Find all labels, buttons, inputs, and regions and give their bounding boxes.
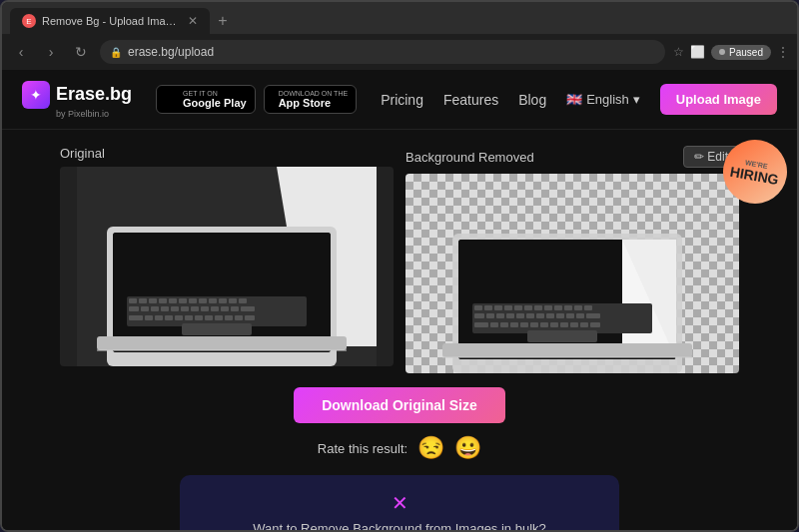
svg-rect-12 <box>179 298 187 303</box>
play-icon: ▶ <box>165 90 177 109</box>
blog-link[interactable]: Blog <box>518 92 546 108</box>
svg-rect-31 <box>129 315 143 320</box>
address-bar: ‹ › ↻ 🔒 erase.bg/upload ☆ ⬜ Paused ⋮ <box>2 34 797 70</box>
app-store-button[interactable]: Download on the App Store <box>264 85 358 114</box>
eraser-icon: ✦ <box>30 87 42 103</box>
rate-label: Rate this result: <box>318 441 407 456</box>
star-icon[interactable]: ☆ <box>673 45 684 59</box>
svg-rect-61 <box>564 305 572 310</box>
google-play-text: GET IT ON Google Play <box>183 90 247 109</box>
svg-rect-69 <box>526 313 534 318</box>
svg-rect-83 <box>550 322 558 327</box>
svg-rect-57 <box>524 305 532 310</box>
svg-rect-67 <box>506 313 514 318</box>
svg-rect-70 <box>536 313 544 318</box>
svg-rect-63 <box>584 305 592 310</box>
menu-icon[interactable]: ⋮ <box>777 45 789 59</box>
logo-name: Erase.bg <box>56 84 132 105</box>
browser-frame: E Remove Bg - Upload Images b... ✕ + ‹ ›… <box>0 0 799 532</box>
svg-rect-73 <box>566 313 574 318</box>
active-tab[interactable]: E Remove Bg - Upload Images b... ✕ <box>10 8 210 34</box>
pricing-link[interactable]: Pricing <box>381 92 423 108</box>
svg-rect-8 <box>139 298 147 303</box>
svg-rect-71 <box>546 313 554 318</box>
svg-rect-7 <box>129 298 137 303</box>
bulk-banner: ✕ Want to Remove Background from Images … <box>180 475 619 530</box>
svg-rect-36 <box>185 315 193 320</box>
sad-emoji[interactable]: 😒 <box>417 435 444 461</box>
refresh-button[interactable]: ↻ <box>70 41 92 63</box>
svg-rect-78 <box>500 322 508 327</box>
removed-image-container <box>405 174 739 373</box>
features-link[interactable]: Features <box>443 92 498 108</box>
hiring-text: HIRING <box>729 163 780 187</box>
removed-label-row: Background Removed ✏ Edit <box>405 146 739 168</box>
svg-rect-88 <box>527 330 597 342</box>
main-content: WE'RE HIRING Original <box>2 130 797 530</box>
removed-label: Background Removed <box>405 150 534 165</box>
tab-favicon: E <box>22 14 36 28</box>
svg-rect-18 <box>239 298 247 303</box>
google-play-get: GET IT ON <box>183 90 247 97</box>
svg-rect-68 <box>516 313 524 318</box>
svg-rect-5 <box>97 336 347 350</box>
svg-rect-10 <box>159 298 167 303</box>
lock-icon: 🔒 <box>110 47 122 58</box>
svg-rect-34 <box>165 315 173 320</box>
svg-rect-55 <box>504 305 512 310</box>
svg-rect-17 <box>229 298 237 303</box>
svg-rect-84 <box>560 322 568 327</box>
svg-rect-80 <box>520 322 528 327</box>
svg-rect-50 <box>442 343 692 357</box>
svg-rect-62 <box>574 305 582 310</box>
original-label: Original <box>60 146 394 161</box>
svg-rect-42 <box>245 315 255 320</box>
svg-rect-43 <box>182 323 252 335</box>
svg-rect-35 <box>175 315 183 320</box>
address-right-controls: ☆ ⬜ Paused ⋮ <box>673 45 789 60</box>
flag-icon: 🇬🇧 <box>566 92 582 107</box>
language-selector[interactable]: 🇬🇧 English ▾ <box>566 92 640 107</box>
happy-emoji[interactable]: 😀 <box>454 435 481 461</box>
logo-sub: by Pixelbin.io <box>56 109 109 119</box>
extension-icon[interactable]: ⬜ <box>690 45 705 59</box>
rating-row: Rate this result: 😒 😀 <box>318 435 481 461</box>
tab-close-btn[interactable]: ✕ <box>188 14 198 28</box>
svg-rect-64 <box>474 313 484 318</box>
google-play-button[interactable]: ▶ GET IT ON Google Play <box>156 85 256 114</box>
back-button[interactable]: ‹ <box>10 41 32 63</box>
svg-rect-56 <box>514 305 522 310</box>
original-panel: Original <box>60 146 394 373</box>
forward-button[interactable]: › <box>40 41 62 63</box>
svg-rect-66 <box>496 313 504 318</box>
language-label: English <box>586 92 629 107</box>
app-store-buttons: ▶ GET IT ON Google Play Download on the … <box>156 85 357 114</box>
svg-rect-16 <box>219 298 227 303</box>
svg-rect-38 <box>205 315 213 320</box>
logo-icon: ✦ <box>22 81 50 109</box>
removed-laptop-svg <box>405 174 739 373</box>
svg-rect-15 <box>209 298 217 303</box>
svg-rect-82 <box>540 322 548 327</box>
svg-rect-19 <box>129 306 139 311</box>
svg-rect-13 <box>189 298 197 303</box>
paused-badge: Paused <box>711 45 771 60</box>
svg-rect-9 <box>149 298 157 303</box>
url-box[interactable]: 🔒 erase.bg/upload <box>100 40 665 64</box>
logo-area: ✦ Erase.bg by Pixelbin.io <box>22 81 132 119</box>
svg-rect-59 <box>544 305 552 310</box>
svg-rect-21 <box>151 306 159 311</box>
download-button[interactable]: Download Original Size <box>294 387 505 423</box>
svg-rect-85 <box>570 322 578 327</box>
svg-rect-60 <box>554 305 562 310</box>
svg-rect-33 <box>155 315 163 320</box>
upload-image-button[interactable]: Upload Image <box>660 84 777 115</box>
chevron-down-icon: ▾ <box>633 92 640 107</box>
app-store-name: App Store <box>279 97 349 109</box>
navbar: ✦ Erase.bg by Pixelbin.io ▶ GET IT ON Go… <box>2 70 797 130</box>
new-tab-button[interactable]: + <box>210 8 236 34</box>
tab-bar: E Remove Bg - Upload Images b... ✕ + <box>2 2 797 34</box>
paused-dot <box>719 49 725 55</box>
svg-rect-75 <box>586 313 600 318</box>
svg-rect-65 <box>486 313 494 318</box>
